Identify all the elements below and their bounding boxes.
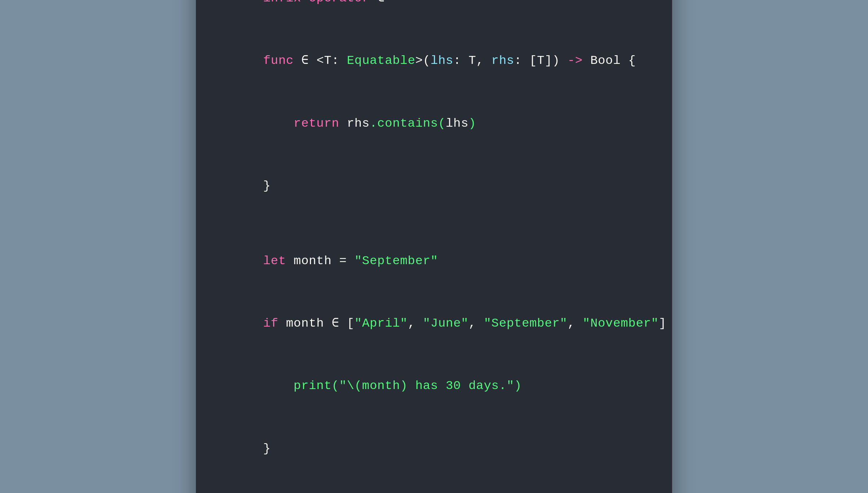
code-line-9: // 👆 You can take this sembol. <box>218 480 650 493</box>
keyword-infix: infix operator <box>263 0 377 5</box>
code-line-5: let month = "September" <box>218 230 650 292</box>
code-line-7: print("\(month) has 30 days.") <box>218 355 650 418</box>
code-line-4: } <box>218 155 650 217</box>
code-area: infix operator ∈ func ∈ <T: Equatable>(l… <box>196 0 672 493</box>
code-line-1: infix operator ∈ <box>218 0 650 30</box>
code-window: infix operator ∈ func ∈ <T: Equatable>(l… <box>196 0 672 493</box>
code-line-3: return rhs.contains(lhs) <box>218 92 650 155</box>
code-line-2: func ∈ <T: Equatable>(lhs: T, rhs: [T]) … <box>218 30 650 92</box>
keyword-func: func <box>263 54 294 67</box>
blank-line-1 <box>218 218 650 230</box>
code-line-6: if month ∈ ["April", "June", "September"… <box>218 292 650 355</box>
code-line-8: } <box>218 418 650 480</box>
